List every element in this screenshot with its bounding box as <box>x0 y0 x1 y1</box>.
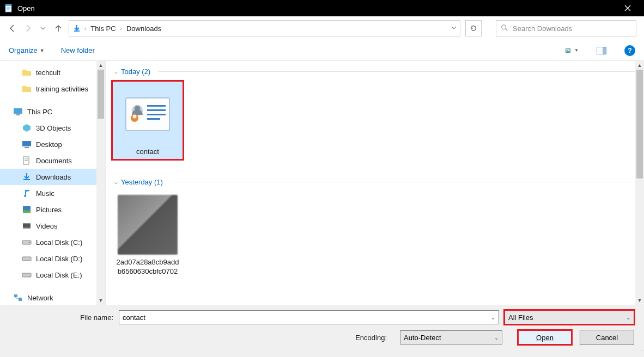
recent-dropdown-icon[interactable] <box>38 23 48 33</box>
breadcrumb-current[interactable]: Downloads <box>125 24 162 33</box>
filename-label: File name: <box>10 313 119 322</box>
network-icon <box>13 293 23 303</box>
notepad-icon <box>4 4 13 13</box>
scroll-down-icon[interactable]: ▼ <box>96 296 105 305</box>
tree-item-pictures[interactable]: Pictures <box>0 201 96 218</box>
downloads-icon <box>72 24 81 33</box>
svg-line-9 <box>506 28 508 30</box>
pictures-icon <box>22 205 32 214</box>
tree-item-drive-d[interactable]: Local Disk (D:) <box>0 250 96 267</box>
search-input[interactable]: Search Downloads <box>496 20 636 36</box>
videos-icon <box>22 221 32 231</box>
svg-rect-40 <box>147 114 166 115</box>
music-icon <box>22 188 32 198</box>
drive-icon <box>22 270 32 280</box>
svg-rect-1 <box>5 4 11 6</box>
group-header[interactable]: ⌵ Yesterday (1) <box>106 171 644 189</box>
svg-point-8 <box>502 24 506 29</box>
back-button[interactable] <box>8 23 17 33</box>
chevron-down-icon: ▼ <box>574 48 579 53</box>
chevron-down-icon[interactable]: ⌄ <box>494 335 499 341</box>
scroll-up-icon[interactable]: ▲ <box>635 61 644 70</box>
desktop-icon <box>22 139 32 149</box>
svg-rect-30 <box>22 273 31 277</box>
tree-item-music[interactable]: Music <box>0 185 96 201</box>
tree-item-folder[interactable]: techcult <box>0 64 96 81</box>
close-button[interactable] <box>616 0 640 16</box>
tree-item-drive-e[interactable]: Local Disk (E:) <box>0 267 96 283</box>
help-button[interactable]: ? <box>624 45 635 56</box>
folder-icon <box>22 67 32 77</box>
tree-item-folder[interactable]: training activities <box>0 81 96 97</box>
preview-pane-button[interactable] <box>595 44 608 57</box>
scrollbar-thumb[interactable] <box>98 70 104 119</box>
new-folder-button[interactable]: New folder <box>61 46 95 54</box>
svg-rect-31 <box>14 294 17 297</box>
svg-rect-32 <box>19 298 22 301</box>
organize-menu[interactable]: Organize ▼ <box>9 46 45 54</box>
svg-rect-18 <box>25 147 29 148</box>
group-header[interactable]: ⌵ Today (2) <box>106 61 644 79</box>
encoding-select[interactable]: Auto-Detect ⌄ <box>400 330 502 344</box>
sidebar-scrollbar[interactable]: ▲ ▼ <box>96 61 105 305</box>
toolbar: Organize ▼ New folder ▼ ? <box>0 40 644 61</box>
resize-grip[interactable]: ⋰ <box>638 349 643 356</box>
file-label: 2ad07a28a8cb9addb6560630cbfc0702 <box>114 258 181 276</box>
nav-row: › This PC › Downloads Search Downloads <box>0 16 644 40</box>
bottom-panel: File name: contact ⌄ All Files ⌄ Encodin… <box>0 305 644 357</box>
svg-point-28 <box>29 242 30 243</box>
filename-input[interactable]: contact ⌄ <box>119 310 499 324</box>
scroll-up-icon[interactable]: ▲ <box>96 61 105 70</box>
tree-item-desktop[interactable]: Desktop <box>0 136 96 152</box>
open-button[interactable]: Open <box>518 330 572 345</box>
forward-button[interactable] <box>23 23 33 33</box>
cancel-button[interactable]: Cancel <box>580 330 634 345</box>
up-button[interactable] <box>53 23 63 33</box>
svg-rect-7 <box>74 30 80 32</box>
3d-icon <box>22 123 32 133</box>
tree-item-network[interactable]: Network <box>0 290 96 305</box>
svg-rect-39 <box>147 109 166 111</box>
svg-rect-25 <box>23 223 31 224</box>
chevron-down-icon: ▼ <box>40 48 45 53</box>
contact-file-icon <box>118 84 178 144</box>
chevron-down-icon[interactable] <box>451 25 457 32</box>
photo-thumbnail <box>118 195 178 255</box>
chevron-down-icon[interactable]: ⌄ <box>491 315 495 321</box>
folder-icon <box>22 84 32 94</box>
tree-item-3d-objects[interactable]: 3D Objects <box>0 120 96 136</box>
drive-icon <box>22 237 32 247</box>
file-type-filter[interactable]: All Files ⌄ <box>505 310 634 324</box>
encoding-label: Encoding: <box>355 334 392 342</box>
tree-item-this-pc[interactable]: This PC <box>0 103 96 120</box>
file-list[interactable]: ⌵ Today (2) <box>106 61 644 305</box>
scrollbar-thumb[interactable] <box>636 70 643 178</box>
refresh-button[interactable] <box>465 20 482 36</box>
tree-item-drive-c[interactable]: Local Disk (C:) <box>0 234 96 250</box>
tree-item-downloads[interactable]: Downloads <box>0 169 96 185</box>
content-scrollbar[interactable]: ▲ ▼ <box>635 61 644 305</box>
svg-rect-41 <box>147 118 160 120</box>
scroll-down-icon[interactable]: ▼ <box>635 296 644 305</box>
breadcrumb-root[interactable]: This PC <box>89 24 117 33</box>
chevron-right-icon: › <box>84 26 86 32</box>
tree-item-videos[interactable]: Videos <box>0 218 96 234</box>
svg-rect-15 <box>14 108 22 114</box>
svg-rect-38 <box>147 105 166 107</box>
svg-rect-14 <box>603 47 606 54</box>
view-menu[interactable]: ▼ <box>566 44 579 57</box>
search-placeholder: Search Downloads <box>513 24 572 33</box>
pc-icon <box>13 107 23 116</box>
file-label: contact <box>136 147 159 156</box>
chevron-down-icon[interactable]: ⌄ <box>626 315 630 321</box>
downloads-icon <box>22 172 32 182</box>
file-item-photo[interactable]: 2ad07a28a8cb9addb6560630cbfc0702 <box>112 192 183 279</box>
address-bar[interactable]: › This PC › Downloads <box>69 20 460 36</box>
search-icon <box>501 24 508 33</box>
tree-item-documents[interactable]: Documents <box>0 152 96 169</box>
svg-rect-29 <box>22 257 31 261</box>
chevron-right-icon: › <box>120 26 122 32</box>
file-item-contact[interactable]: contact <box>112 81 183 159</box>
drive-icon <box>22 254 32 263</box>
svg-rect-22 <box>23 179 30 180</box>
